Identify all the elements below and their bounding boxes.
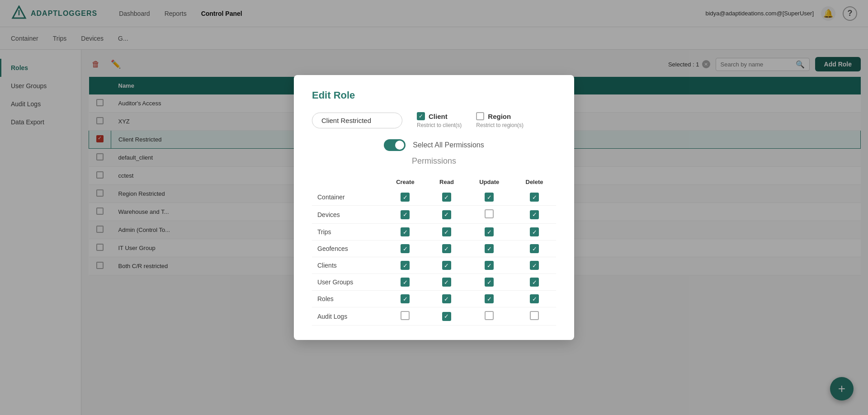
perm-col-create: Create <box>383 175 427 189</box>
edit-role-modal: Edit Role Client Restrict to client(s) R… <box>294 75 574 340</box>
perm-resource-name: Geofences <box>312 241 383 257</box>
perm-unchecked[interactable] <box>401 311 410 320</box>
perm-checked[interactable] <box>485 294 494 303</box>
perm-checked[interactable] <box>442 294 451 303</box>
perm-col-delete: Delete <box>513 175 556 189</box>
region-checkbox[interactable] <box>476 112 484 120</box>
permission-row: Devices <box>312 206 556 224</box>
perm-resource-name: Devices <box>312 206 383 224</box>
perm-col-update: Update <box>466 175 513 189</box>
perm-resource-name: Trips <box>312 224 383 241</box>
modal-overlay[interactable]: Edit Role Client Restrict to client(s) R… <box>0 0 868 415</box>
perm-checked[interactable] <box>442 312 451 321</box>
client-option-top: Client <box>417 112 448 120</box>
modal-top-row: Client Restrict to client(s) Region Rest… <box>312 112 556 128</box>
select-all-row: Select All Permissions <box>312 139 556 151</box>
perm-unchecked[interactable] <box>530 311 539 320</box>
perm-resource-name: Clients <box>312 257 383 274</box>
perm-checked[interactable] <box>401 244 410 253</box>
perm-checked[interactable] <box>401 227 410 236</box>
permission-row: Audit Logs <box>312 307 556 325</box>
select-all-label: Select All Permissions <box>413 141 484 149</box>
perm-checked[interactable] <box>530 261 539 270</box>
client-checkbox[interactable] <box>417 112 425 120</box>
perm-checked[interactable] <box>442 227 451 236</box>
role-name-input[interactable] <box>312 113 402 128</box>
perm-unchecked[interactable] <box>485 209 494 218</box>
perm-checked[interactable] <box>530 244 539 253</box>
client-option: Client Restrict to client(s) <box>417 112 462 128</box>
permissions-table: Create Read Update Delete Container Devi… <box>312 175 556 325</box>
perm-checked[interactable] <box>530 294 539 303</box>
perm-checked[interactable] <box>401 261 410 270</box>
perm-checked[interactable] <box>401 278 410 287</box>
perm-resource-name: Audit Logs <box>312 307 383 325</box>
permission-row: Trips <box>312 224 556 241</box>
perm-checked[interactable] <box>530 193 539 202</box>
perm-col-resource <box>312 175 383 189</box>
perm-unchecked[interactable] <box>485 311 494 320</box>
perm-checked[interactable] <box>485 227 494 236</box>
perm-checked[interactable] <box>442 193 451 202</box>
permission-row: Geofences <box>312 241 556 257</box>
toggle-knob <box>395 141 404 150</box>
perm-checked[interactable] <box>401 210 410 219</box>
perm-resource-name: User Groups <box>312 274 383 291</box>
permission-row: Roles <box>312 291 556 307</box>
modal-title: Edit Role <box>312 90 556 101</box>
region-option: Region Restrict to region(s) <box>476 112 524 128</box>
perm-checked[interactable] <box>442 261 451 270</box>
client-label: Client <box>429 113 448 120</box>
region-label: Region <box>488 113 511 120</box>
region-sublabel: Restrict to region(s) <box>476 122 524 128</box>
perm-checked[interactable] <box>401 294 410 303</box>
perm-checked[interactable] <box>442 278 451 287</box>
perm-checked[interactable] <box>485 278 494 287</box>
permission-row: Clients <box>312 257 556 274</box>
perm-checked[interactable] <box>485 261 494 270</box>
perm-checked[interactable] <box>485 193 494 202</box>
perm-checked[interactable] <box>530 278 539 287</box>
perm-checked[interactable] <box>442 210 451 219</box>
perm-col-read: Read <box>427 175 466 189</box>
permission-row: User Groups <box>312 274 556 291</box>
perm-checked[interactable] <box>485 244 494 253</box>
permissions-title: Permissions <box>312 156 556 166</box>
restrict-options: Client Restrict to client(s) Region Rest… <box>417 112 524 128</box>
perm-checked[interactable] <box>442 244 451 253</box>
client-sublabel: Restrict to client(s) <box>417 122 462 128</box>
perm-resource-name: Container <box>312 189 383 206</box>
perm-checked[interactable] <box>401 193 410 202</box>
select-all-toggle[interactable] <box>384 139 406 151</box>
region-option-top: Region <box>476 112 511 120</box>
permission-row: Container <box>312 189 556 206</box>
perm-resource-name: Roles <box>312 291 383 307</box>
perm-checked[interactable] <box>530 227 539 236</box>
perm-checked[interactable] <box>530 210 539 219</box>
